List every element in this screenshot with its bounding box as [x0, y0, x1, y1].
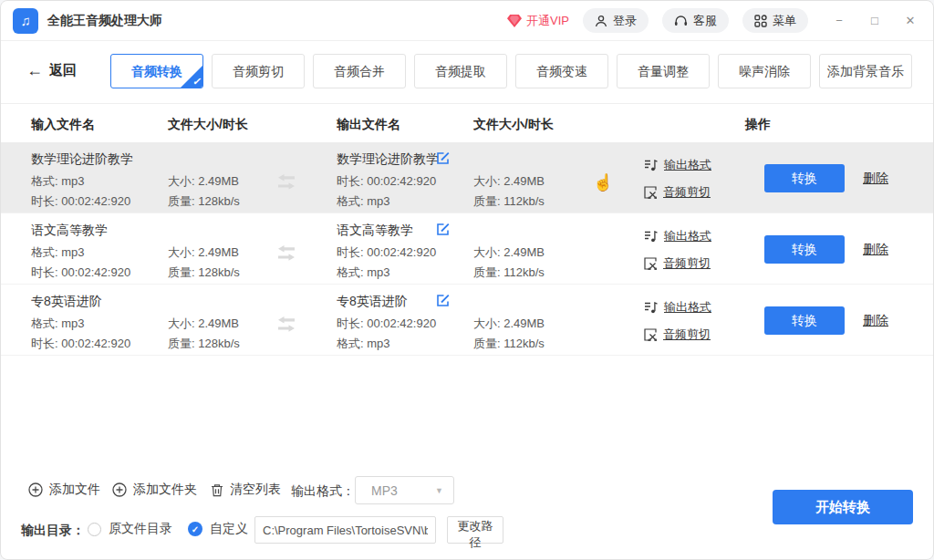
swap-arrows-icon	[277, 174, 296, 190]
headset-icon	[674, 15, 688, 27]
swap-arrows-icon	[277, 316, 296, 332]
customer-service-label: 客服	[693, 13, 717, 29]
input-quality: 质量: 128kb/s	[168, 336, 240, 352]
audio-cut-link[interactable]: 音频剪切	[644, 327, 711, 343]
vip-button[interactable]: 开通VIP	[507, 13, 569, 29]
radio-checked-icon: ✓	[188, 522, 202, 536]
trash-icon	[211, 483, 223, 497]
delete-link[interactable]: 删除	[863, 313, 888, 329]
input-duration: 时长: 00:02:42:920	[31, 336, 130, 352]
table-row[interactable]: 专8英语进阶 格式: mp3 时长: 00:02:42:920 大小: 2.49…	[1, 285, 933, 356]
check-icon: ✓	[192, 75, 201, 88]
output-duration: 时长: 00:02:42:920	[337, 173, 436, 190]
audio-cut-link-label: 音频剪切	[663, 327, 711, 343]
radio-unchecked-icon	[88, 523, 101, 536]
radio-original-label: 原文件目录	[109, 521, 172, 537]
format-select[interactable]: MP3 ▼	[355, 476, 454, 504]
output-quality: 质量: 112kb/s	[473, 264, 545, 281]
tab-label: 添加背景音乐	[827, 64, 904, 78]
tab-audio-extract[interactable]: 音频提取	[414, 54, 507, 88]
tab-audio-convert[interactable]: 音频转换 ✓	[110, 54, 203, 88]
input-format: 格式: mp3	[31, 316, 85, 332]
tab-label: 噪声消除	[739, 64, 790, 78]
edit-icon[interactable]	[436, 294, 450, 307]
menu-button[interactable]: 菜单	[742, 8, 808, 33]
audio-cut-link-label: 音频剪切	[663, 184, 711, 201]
login-button[interactable]: 登录	[583, 8, 649, 33]
output-dir-label: 输出目录：	[21, 523, 85, 539]
add-file-button[interactable]: 添加文件	[28, 482, 100, 498]
tab-noise-remove[interactable]: 噪声消除	[718, 54, 811, 88]
output-format-link-label: 输出格式	[664, 157, 711, 173]
radio-custom-label: 自定义	[210, 521, 248, 537]
clear-list-label: 清空列表	[230, 482, 281, 498]
scissors-box-icon	[644, 328, 657, 341]
tab-label: 音频剪切	[233, 64, 284, 78]
format-select-value: MP3	[371, 483, 398, 498]
output-format-link[interactable]: 输出格式	[644, 228, 711, 244]
tab-add-bgm[interactable]: 添加背景音乐	[819, 54, 912, 88]
input-file-name: 专8英语进阶	[31, 294, 102, 310]
login-label: 登录	[613, 13, 637, 29]
tab-label: 音频变速	[536, 64, 587, 78]
tab-label: 音频合并	[334, 64, 385, 78]
output-format: 格式: mp3	[337, 193, 390, 210]
output-file-name: 数学理论进阶教学	[337, 151, 439, 168]
input-format: 格式: mp3	[31, 244, 85, 261]
tab-audio-cut[interactable]: 音频剪切	[212, 54, 305, 88]
back-button[interactable]: ← 返回	[26, 61, 77, 80]
input-file-name: 数学理论进阶教学	[31, 151, 133, 168]
audio-cut-link[interactable]: 音频剪切	[644, 184, 711, 201]
edit-icon[interactable]	[436, 223, 450, 236]
radio-original-dir[interactable]: 原文件目录	[88, 521, 172, 537]
output-duration: 时长: 00:02:42:920	[337, 244, 436, 261]
input-file-name: 语文高等教学	[31, 223, 108, 239]
tab-audio-speed[interactable]: 音频变速	[515, 54, 608, 88]
output-format: 格式: mp3	[337, 264, 390, 281]
convert-button[interactable]: 转换	[764, 235, 845, 264]
scissors-box-icon	[644, 186, 657, 199]
table-header: 输入文件名 文件大小/时长 输出文件名 文件大小/时长 操作	[1, 104, 933, 142]
input-size: 大小: 2.49MB	[168, 244, 239, 261]
customer-service-button[interactable]: 客服	[662, 8, 729, 33]
add-folder-button[interactable]: 添加文件夹	[112, 482, 197, 498]
input-size: 大小: 2.49MB	[168, 173, 239, 190]
maximize-icon[interactable]: □	[868, 14, 881, 27]
tab-volume-adjust[interactable]: 音量调整	[617, 54, 710, 88]
audio-cut-link[interactable]: 音频剪切	[644, 255, 711, 272]
table-row[interactable]: 数学理论进阶教学 格式: mp3 时长: 00:02:42:920 大小: 2.…	[1, 142, 933, 213]
input-size: 大小: 2.49MB	[168, 316, 239, 332]
change-path-button[interactable]: 更改路径	[447, 516, 503, 544]
back-label: 返回	[49, 62, 77, 79]
convert-button[interactable]: 转换	[764, 164, 845, 192]
tab-audio-merge[interactable]: 音频合并	[313, 54, 406, 88]
edit-icon[interactable]	[436, 151, 450, 165]
chevron-down-icon: ▼	[435, 486, 443, 495]
music-note-list-icon	[644, 301, 658, 314]
app-logo-icon: ♫	[13, 8, 38, 34]
minimize-icon[interactable]: −	[833, 14, 846, 27]
menu-label: 菜单	[773, 13, 796, 29]
output-size: 大小: 2.49MB	[473, 173, 545, 190]
clear-list-button[interactable]: 清空列表	[211, 482, 281, 498]
output-quality: 质量: 112kb/s	[473, 336, 545, 352]
close-icon[interactable]: ✕	[904, 14, 917, 27]
delete-link[interactable]: 删除	[863, 242, 888, 258]
output-size: 大小: 2.49MB	[473, 316, 545, 332]
input-format: 格式: mp3	[31, 173, 85, 190]
output-path-input[interactable]	[254, 516, 436, 544]
start-convert-button[interactable]: 开始转换	[773, 490, 913, 524]
table-row[interactable]: 语文高等教学 格式: mp3 时长: 00:02:42:920 大小: 2.49…	[1, 213, 933, 285]
output-format: 格式: mp3	[337, 336, 390, 352]
output-format-link[interactable]: 输出格式	[644, 299, 711, 316]
convert-button[interactable]: 转换	[764, 306, 845, 335]
nav-bar: ← 返回 音频转换 ✓ 音频剪切 音频合并 音频提取 音频变速 音量调整 噪声消…	[1, 41, 933, 104]
output-size: 大小: 2.49MB	[473, 244, 545, 261]
col-output-name: 输出文件名	[337, 117, 400, 133]
radio-custom-dir[interactable]: ✓ 自定义	[188, 521, 248, 537]
output-format-link[interactable]: 输出格式	[644, 157, 711, 173]
file-list: 数学理论进阶教学 格式: mp3 时长: 00:02:42:920 大小: 2.…	[1, 142, 933, 356]
delete-link[interactable]: 删除	[863, 171, 888, 187]
vip-label: 开通VIP	[526, 13, 569, 29]
input-quality: 质量: 128kb/s	[168, 264, 240, 281]
